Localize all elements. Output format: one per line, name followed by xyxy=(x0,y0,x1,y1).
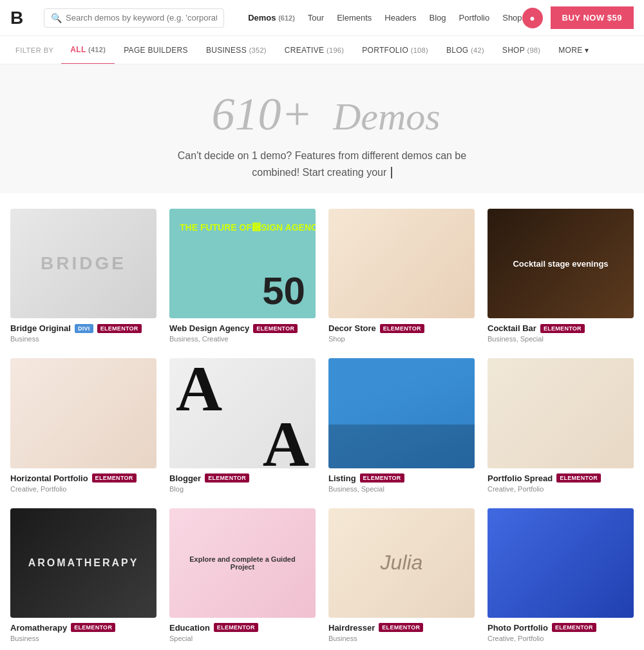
demo-tag: ELEMENTOR xyxy=(92,473,137,483)
filter-shop[interactable]: SHOP (98) xyxy=(493,36,549,64)
demo-thumbnail xyxy=(488,508,634,618)
demo-name-row: Portfolio Spread ELEMENTOR xyxy=(488,473,634,483)
demo-info: Blogger ELEMENTOR Blog xyxy=(169,473,316,493)
demo-thumbnail xyxy=(169,209,316,318)
nav-blog[interactable]: Blog xyxy=(429,13,446,23)
demo-tag: ELEMENTOR xyxy=(380,324,424,333)
nav-tour[interactable]: Tour xyxy=(308,13,324,23)
demo-categories: Creative, Portfolio xyxy=(488,485,634,493)
demo-name-row: Bridge Original DIVIELEMENTOR xyxy=(10,323,156,333)
demo-info: Photo Portfolio ELEMENTOR Creative, Port… xyxy=(488,623,634,642)
demo-name: Hairdresser xyxy=(328,623,375,633)
demo-categories: Business, Special xyxy=(488,335,634,343)
filter-business[interactable]: BUSINESS (352) xyxy=(197,36,276,64)
filter-all[interactable]: ALL (412) xyxy=(61,36,115,64)
nav-headers[interactable]: Headers xyxy=(384,13,416,23)
demo-name: Blogger xyxy=(169,473,201,483)
nav-portfolio[interactable]: Portfolio xyxy=(459,13,490,23)
demo-thumbnail xyxy=(169,358,316,468)
demo-name-row: Web Design Agency ELEMENTOR xyxy=(169,323,316,333)
demo-name-row: Hairdresser ELEMENTOR xyxy=(328,623,475,633)
demo-card[interactable]: Photo Portfolio ELEMENTOR Creative, Port… xyxy=(488,508,634,642)
demo-info: Bridge Original DIVIELEMENTOR Business xyxy=(10,323,156,343)
demo-tag: ELEMENTOR xyxy=(379,623,423,632)
filter-portfolio[interactable]: PORTFOLIO (108) xyxy=(353,36,437,64)
demo-info: Horizontal Portfolio ELEMENTOR Creative,… xyxy=(10,473,156,493)
demo-name-row: Listing ELEMENTOR xyxy=(328,473,475,483)
demo-card[interactable]: Education ELEMENTOR Special xyxy=(169,508,316,642)
demo-name: Listing xyxy=(328,473,356,483)
demo-categories: Creative, Portfolio xyxy=(10,485,156,493)
filter-label: FILTER BY xyxy=(8,46,61,54)
filter-blog[interactable]: BLOG (42) xyxy=(437,36,493,64)
demo-thumbnail xyxy=(328,209,475,318)
demo-card[interactable]: Bridge Original DIVIELEMENTOR Business xyxy=(10,209,156,343)
filter-more[interactable]: MORE ▾ xyxy=(549,36,598,64)
avatar[interactable]: ● xyxy=(522,8,543,28)
demo-card[interactable]: Portfolio Spread ELEMENTOR Creative, Por… xyxy=(488,358,634,492)
demo-thumbnail xyxy=(488,358,634,468)
demo-name: Web Design Agency xyxy=(169,323,249,333)
demo-categories: Blog xyxy=(169,485,316,493)
demo-info: Aromatherapy ELEMENTOR Business xyxy=(10,623,156,642)
demo-name: Education xyxy=(169,623,210,633)
demo-card[interactable]: Listing ELEMENTOR Business, Special xyxy=(328,358,475,492)
demo-thumbnail xyxy=(169,508,316,618)
search-box[interactable]: 🔍 xyxy=(44,8,224,28)
demo-info: Web Design Agency ELEMENTOR Business, Cr… xyxy=(169,323,316,343)
demo-tag: ELEMENTOR xyxy=(205,473,249,483)
demo-name-row: Blogger ELEMENTOR xyxy=(169,473,316,483)
filter-page-builders[interactable]: PAGE BUILDERS xyxy=(115,36,197,64)
demo-thumbnail xyxy=(488,209,634,318)
demo-card[interactable]: Aromatherapy ELEMENTOR Business xyxy=(10,508,156,642)
demo-card[interactable]: Web Design Agency ELEMENTOR Business, Cr… xyxy=(169,209,316,343)
demo-info: Cocktail Bar ELEMENTOR Business, Special xyxy=(488,323,634,343)
buy-button[interactable]: BUY NOW $59 xyxy=(551,6,634,29)
search-icon: 🔍 xyxy=(51,13,62,23)
demo-grid-section: Bridge Original DIVIELEMENTOR Business W… xyxy=(0,193,644,650)
demo-tag: ELEMENTOR xyxy=(556,473,601,483)
filter-bar: FILTER BY ALL (412) PAGE BUILDERS BUSINE… xyxy=(0,36,644,64)
nav-shop[interactable]: Shop xyxy=(502,13,522,23)
demo-tag: ELEMENTOR xyxy=(360,473,404,483)
demo-card[interactable]: Cocktail Bar ELEMENTOR Business, Special xyxy=(488,209,634,343)
filter-creative[interactable]: CREATIVE (196) xyxy=(276,36,353,64)
main-nav: Demos (612) Tour Elements Headers Blog P… xyxy=(248,13,522,23)
demo-name: Decor Store xyxy=(328,323,376,333)
demo-info: Portfolio Spread ELEMENTOR Creative, Por… xyxy=(488,473,634,493)
demo-card[interactable]: Blogger ELEMENTOR Blog xyxy=(169,358,316,492)
demo-categories: Business xyxy=(10,635,156,642)
demo-name: Horizontal Portfolio xyxy=(10,473,88,483)
demo-info: Hairdresser ELEMENTOR Business xyxy=(328,623,475,642)
demo-categories: Shop xyxy=(328,335,475,343)
demo-info: Listing ELEMENTOR Business, Special xyxy=(328,473,475,493)
search-input[interactable] xyxy=(66,13,217,23)
hero-subtitle: Can't decide on 1 demo? Features from di… xyxy=(13,148,631,180)
demo-categories: Special xyxy=(169,635,316,642)
demo-categories: Creative, Portfolio xyxy=(488,635,634,642)
demo-name-row: Cocktail Bar ELEMENTOR xyxy=(488,323,634,333)
demo-info: Education ELEMENTOR Special xyxy=(169,623,316,642)
logo[interactable]: B xyxy=(10,8,33,28)
demo-card[interactable]: Hairdresser ELEMENTOR Business xyxy=(328,508,475,642)
cursor-blink xyxy=(391,167,392,178)
demo-categories: Business xyxy=(328,635,475,642)
demo-name: Portfolio Spread xyxy=(488,473,553,483)
demo-tag: ELEMENTOR xyxy=(97,324,142,333)
demo-card[interactable]: Decor Store ELEMENTOR Shop xyxy=(328,209,475,343)
header: B 🔍 Demos (612) Tour Elements Headers Bl… xyxy=(0,0,644,36)
demo-name-row: Decor Store ELEMENTOR xyxy=(328,323,475,333)
demo-name: Photo Portfolio xyxy=(488,623,548,633)
demo-tag: ELEMENTOR xyxy=(552,623,596,632)
demo-name-row: Photo Portfolio ELEMENTOR xyxy=(488,623,634,633)
demo-categories: Business, Special xyxy=(328,485,475,493)
nav-elements[interactable]: Elements xyxy=(337,13,372,23)
demo-thumbnail xyxy=(328,358,475,468)
demo-card[interactable]: Horizontal Portfolio ELEMENTOR Creative,… xyxy=(10,358,156,492)
demo-name-row: Horizontal Portfolio ELEMENTOR xyxy=(10,473,156,483)
demo-name-row: Education ELEMENTOR xyxy=(169,623,316,633)
demo-thumbnail xyxy=(10,358,156,468)
nav-demos[interactable]: Demos (612) xyxy=(248,13,295,23)
demo-name: Aromatherapy xyxy=(10,623,67,633)
hero-section: 610+ Demos Can't decide on 1 demo? Featu… xyxy=(0,64,644,193)
